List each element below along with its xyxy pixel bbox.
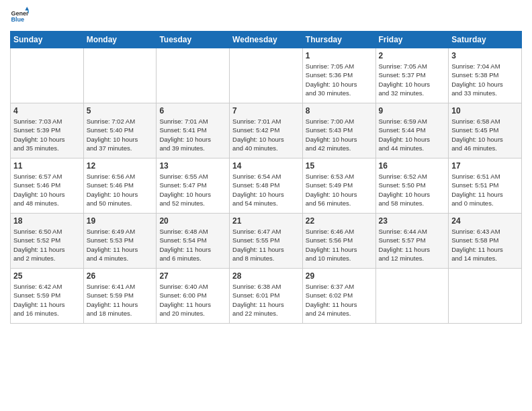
calendar-cell: 6Sunrise: 7:01 AM Sunset: 5:41 PM Daylig…: [157, 103, 230, 158]
calendar-cell: 23Sunrise: 6:44 AM Sunset: 5:57 PM Dayli…: [375, 214, 449, 269]
logo: General Blue: [10, 7, 32, 26]
day-info: Sunrise: 7:01 AM Sunset: 5:41 PM Dayligh…: [159, 117, 226, 152]
header: General Blue: [10, 7, 522, 26]
calendar-cell: 26Sunrise: 6:41 AM Sunset: 5:59 PM Dayli…: [83, 269, 157, 324]
day-number: 15: [306, 161, 373, 171]
calendar-cell: 12Sunrise: 6:56 AM Sunset: 5:46 PM Dayli…: [83, 158, 157, 214]
day-number: 24: [451, 216, 519, 226]
calendar-cell: [449, 269, 522, 324]
day-number: 3: [451, 51, 519, 60]
day-info: Sunrise: 6:59 AM Sunset: 5:44 PM Dayligh…: [379, 117, 446, 152]
day-number: 17: [451, 161, 519, 171]
day-number: 23: [379, 216, 446, 226]
header-cell-monday: Monday: [83, 32, 157, 48]
calendar-cell: 18Sunrise: 6:50 AM Sunset: 5:52 PM Dayli…: [11, 214, 84, 269]
day-info: Sunrise: 6:53 AM Sunset: 5:49 PM Dayligh…: [306, 172, 373, 208]
day-info: Sunrise: 6:50 AM Sunset: 5:52 PM Dayligh…: [13, 227, 81, 263]
calendar-cell: 15Sunrise: 6:53 AM Sunset: 5:49 PM Dayli…: [302, 158, 375, 214]
day-number: 16: [379, 161, 446, 171]
day-number: 12: [87, 161, 154, 171]
day-info: Sunrise: 6:54 AM Sunset: 5:48 PM Dayligh…: [232, 172, 300, 208]
svg-marker-2: [25, 7, 29, 11]
day-number: 25: [13, 271, 81, 281]
calendar-cell: 2Sunrise: 7:05 AM Sunset: 5:37 PM Daylig…: [375, 48, 449, 103]
logo-icon: General Blue: [10, 7, 29, 26]
header-cell-friday: Friday: [375, 32, 449, 48]
day-number: 20: [159, 216, 226, 226]
day-number: 14: [232, 161, 300, 171]
day-number: 11: [13, 161, 81, 171]
day-info: Sunrise: 6:51 AM Sunset: 5:51 PM Dayligh…: [451, 172, 519, 208]
calendar-body: 1Sunrise: 7:05 AM Sunset: 5:36 PM Daylig…: [11, 48, 522, 324]
calendar-cell: 28Sunrise: 6:38 AM Sunset: 6:01 PM Dayli…: [230, 269, 303, 324]
calendar-cell: [230, 48, 303, 103]
calendar-table: SundayMondayTuesdayWednesdayThursdayFrid…: [10, 31, 522, 324]
day-info: Sunrise: 6:37 AM Sunset: 6:02 PM Dayligh…: [306, 282, 373, 318]
header-cell-sunday: Sunday: [11, 32, 84, 48]
header-cell-wednesday: Wednesday: [230, 32, 303, 48]
calendar-header: SundayMondayTuesdayWednesdayThursdayFrid…: [11, 32, 522, 48]
calendar-cell: 21Sunrise: 6:47 AM Sunset: 5:55 PM Dayli…: [230, 214, 303, 269]
week-row-2: 4Sunrise: 7:03 AM Sunset: 5:39 PM Daylig…: [11, 103, 522, 158]
day-number: 5: [87, 106, 154, 116]
day-number: 7: [232, 106, 300, 116]
week-row-5: 25Sunrise: 6:42 AM Sunset: 5:59 PM Dayli…: [11, 269, 522, 324]
calendar-cell: [375, 269, 449, 324]
calendar-cell: 7Sunrise: 7:01 AM Sunset: 5:42 PM Daylig…: [230, 103, 303, 158]
day-info: Sunrise: 7:05 AM Sunset: 5:36 PM Dayligh…: [306, 62, 373, 97]
day-info: Sunrise: 6:43 AM Sunset: 5:58 PM Dayligh…: [451, 227, 519, 263]
day-info: Sunrise: 6:56 AM Sunset: 5:46 PM Dayligh…: [87, 172, 154, 208]
calendar-cell: 29Sunrise: 6:37 AM Sunset: 6:02 PM Dayli…: [302, 269, 375, 324]
day-info: Sunrise: 7:01 AM Sunset: 5:42 PM Dayligh…: [232, 117, 300, 152]
calendar-cell: 19Sunrise: 6:49 AM Sunset: 5:53 PM Dayli…: [83, 214, 157, 269]
calendar-cell: [11, 48, 84, 103]
svg-text:Blue: Blue: [11, 16, 24, 23]
calendar-cell: [157, 48, 230, 103]
day-number: 13: [159, 161, 226, 171]
day-info: Sunrise: 6:46 AM Sunset: 5:56 PM Dayligh…: [306, 227, 373, 263]
day-info: Sunrise: 7:00 AM Sunset: 5:43 PM Dayligh…: [306, 117, 373, 152]
calendar-cell: 1Sunrise: 7:05 AM Sunset: 5:36 PM Daylig…: [302, 48, 375, 103]
header-row: SundayMondayTuesdayWednesdayThursdayFrid…: [11, 32, 522, 48]
calendar-cell: 3Sunrise: 7:04 AM Sunset: 5:38 PM Daylig…: [449, 48, 522, 103]
day-number: 26: [87, 271, 154, 281]
day-info: Sunrise: 6:38 AM Sunset: 6:01 PM Dayligh…: [232, 282, 300, 318]
calendar-cell: 13Sunrise: 6:55 AM Sunset: 5:47 PM Dayli…: [157, 158, 230, 214]
calendar-cell: [83, 48, 157, 103]
calendar-cell: 9Sunrise: 6:59 AM Sunset: 5:44 PM Daylig…: [375, 103, 449, 158]
calendar-cell: 22Sunrise: 6:46 AM Sunset: 5:56 PM Dayli…: [302, 214, 375, 269]
header-cell-saturday: Saturday: [449, 32, 522, 48]
header-cell-thursday: Thursday: [302, 32, 375, 48]
day-number: 9: [379, 106, 446, 116]
day-info: Sunrise: 6:40 AM Sunset: 6:00 PM Dayligh…: [159, 282, 226, 318]
calendar-cell: 8Sunrise: 7:00 AM Sunset: 5:43 PM Daylig…: [302, 103, 375, 158]
calendar-cell: 16Sunrise: 6:52 AM Sunset: 5:50 PM Dayli…: [375, 158, 449, 214]
day-number: 4: [13, 106, 81, 116]
calendar-cell: 17Sunrise: 6:51 AM Sunset: 5:51 PM Dayli…: [449, 158, 522, 214]
day-info: Sunrise: 6:47 AM Sunset: 5:55 PM Dayligh…: [232, 227, 300, 263]
day-info: Sunrise: 7:02 AM Sunset: 5:40 PM Dayligh…: [87, 117, 154, 152]
day-info: Sunrise: 6:58 AM Sunset: 5:45 PM Dayligh…: [451, 117, 519, 152]
calendar-cell: 11Sunrise: 6:57 AM Sunset: 5:46 PM Dayli…: [11, 158, 84, 214]
day-info: Sunrise: 6:49 AM Sunset: 5:53 PM Dayligh…: [87, 227, 154, 263]
day-info: Sunrise: 6:48 AM Sunset: 5:54 PM Dayligh…: [159, 227, 226, 263]
calendar-cell: 27Sunrise: 6:40 AM Sunset: 6:00 PM Dayli…: [157, 269, 230, 324]
calendar-cell: 4Sunrise: 7:03 AM Sunset: 5:39 PM Daylig…: [11, 103, 84, 158]
day-number: 6: [159, 106, 226, 116]
calendar-cell: 24Sunrise: 6:43 AM Sunset: 5:58 PM Dayli…: [449, 214, 522, 269]
calendar-cell: 25Sunrise: 6:42 AM Sunset: 5:59 PM Dayli…: [11, 269, 84, 324]
day-info: Sunrise: 6:44 AM Sunset: 5:57 PM Dayligh…: [379, 227, 446, 263]
day-number: 22: [306, 216, 373, 226]
calendar-cell: 20Sunrise: 6:48 AM Sunset: 5:54 PM Dayli…: [157, 214, 230, 269]
svg-text:General: General: [11, 10, 29, 17]
day-number: 21: [232, 216, 300, 226]
day-info: Sunrise: 6:41 AM Sunset: 5:59 PM Dayligh…: [87, 282, 154, 318]
day-info: Sunrise: 6:42 AM Sunset: 5:59 PM Dayligh…: [13, 282, 81, 318]
day-info: Sunrise: 6:55 AM Sunset: 5:47 PM Dayligh…: [159, 172, 226, 208]
day-info: Sunrise: 7:03 AM Sunset: 5:39 PM Dayligh…: [13, 117, 81, 152]
day-number: 8: [306, 106, 373, 116]
day-info: Sunrise: 6:57 AM Sunset: 5:46 PM Dayligh…: [13, 172, 81, 208]
header-cell-tuesday: Tuesday: [157, 32, 230, 48]
week-row-3: 11Sunrise: 6:57 AM Sunset: 5:46 PM Dayli…: [11, 158, 522, 214]
day-number: 10: [451, 106, 519, 116]
